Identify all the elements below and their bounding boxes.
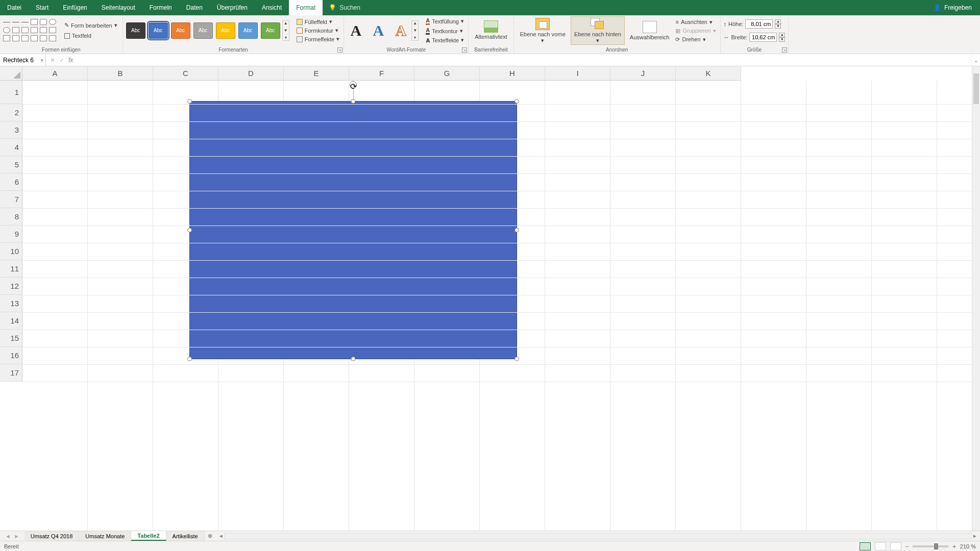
textbox-button[interactable]: Textfeld [62, 32, 119, 40]
shape-style-swatch[interactable]: Abc [238, 22, 258, 39]
menu-tab-start[interactable]: Start [29, 0, 56, 15]
zoom-slider[interactable] [913, 545, 948, 547]
menu-tab-überprüfen[interactable]: Überprüfen [210, 0, 255, 15]
shape-style-swatch[interactable]: Abc [261, 22, 280, 39]
shape-effects-button[interactable]: Formeffekte ▾ [296, 35, 341, 43]
tab-nav-first-icon[interactable]: ◄ [5, 533, 11, 539]
row-header[interactable]: 4 [0, 139, 22, 156]
column-header[interactable]: E [284, 66, 349, 81]
zoom-slider-knob[interactable] [934, 543, 938, 549]
text-fill-button[interactable]: A Textfüllung ▾ [425, 17, 465, 26]
height-input[interactable] [745, 19, 773, 29]
width-input[interactable] [749, 33, 777, 42]
row-header[interactable]: 12 [0, 278, 22, 295]
column-headers[interactable]: ABCDEFGHIJK [22, 66, 972, 81]
shape-style-swatch[interactable]: Abc [149, 22, 168, 39]
chevron-up-icon[interactable]: ▲ [283, 21, 289, 26]
shape-style-swatch[interactable]: Abc [171, 22, 190, 39]
column-header[interactable]: F [349, 66, 414, 81]
add-sheet-button[interactable]: ⊕ [205, 531, 216, 541]
chevron-down-icon[interactable]: ▼ [283, 28, 289, 33]
menu-tab-seitenlayout[interactable]: Seitenlayout [94, 0, 142, 15]
send-backward-button[interactable]: Ebene nach hinten ▾ [571, 16, 625, 45]
tab-nav-last-icon[interactable]: ► [14, 533, 19, 539]
page-layout-view-button[interactable] [875, 542, 886, 550]
sheet-tab[interactable]: Umsatz Monate [79, 531, 131, 541]
height-spin-down[interactable]: ▼ [775, 24, 781, 29]
wordart-style[interactable]: A [370, 22, 387, 39]
expand-formula-bar[interactable]: ⌄ [971, 54, 980, 66]
vertical-scrollbar[interactable] [972, 66, 980, 531]
dialog-launcher[interactable]: ↘ [337, 47, 342, 53]
zoom-out-button[interactable]: − [905, 543, 909, 549]
height-spin-up[interactable]: ▲ [775, 19, 781, 24]
row-header[interactable]: 6 [0, 173, 22, 191]
text-effects-button[interactable]: A Texteffekte ▾ [425, 36, 465, 44]
shape-fill-button[interactable]: Fülleffekt ▾ [296, 18, 341, 26]
row-header[interactable]: 9 [0, 226, 22, 243]
menu-tab-format[interactable]: Format [289, 0, 323, 15]
cells-grid[interactable]: ⟳ [22, 81, 972, 531]
text-outline-button[interactable]: A Textkontur ▾ [425, 27, 465, 35]
gallery-scroll[interactable]: ▲ ▼ ▾ [411, 20, 419, 41]
gallery-scroll[interactable]: ▲ ▼ ▾ [282, 20, 289, 41]
row-header[interactable]: 3 [0, 121, 22, 139]
rotation-handle[interactable]: ⟳ [350, 81, 357, 88]
row-headers[interactable]: 1234567891011121314151617 [0, 81, 22, 531]
shapes-gallery[interactable] [3, 19, 57, 42]
shape-style-gallery[interactable]: AbcAbcAbcAbcAbcAbcAbc [126, 22, 280, 39]
selection-pane-button[interactable]: Auswahlbereich [627, 20, 673, 41]
sheet-tab[interactable]: Artikelliste [166, 531, 205, 541]
menu-tab-ansicht[interactable]: Ansicht [255, 0, 289, 15]
sheet-tab[interactable]: Umsatz Q4 2018 [24, 531, 80, 541]
row-header[interactable]: 15 [0, 330, 22, 347]
resize-handle-ne[interactable] [514, 99, 519, 104]
cancel-icon[interactable]: ✕ [50, 57, 55, 64]
normal-view-button[interactable] [860, 542, 871, 550]
wordart-style[interactable]: A [347, 22, 364, 39]
more-icon[interactable]: ▾ [283, 35, 289, 40]
menu-tab-formeln[interactable]: Formeln [142, 0, 179, 15]
row-header[interactable]: 16 [0, 347, 22, 364]
resize-handle-n[interactable] [351, 99, 356, 104]
resize-handle-w[interactable] [187, 228, 192, 233]
width-spin-down[interactable]: ▼ [779, 37, 785, 42]
scrollbar-thumb[interactable] [973, 73, 979, 104]
menu-tab-daten[interactable]: Daten [179, 0, 210, 15]
column-header[interactable]: D [218, 66, 284, 81]
share-button[interactable]: 👤 Freigeben [925, 0, 980, 15]
row-header[interactable]: 17 [0, 364, 22, 382]
formula-input[interactable] [77, 54, 971, 66]
dialog-launcher[interactable]: ↘ [782, 47, 787, 53]
menu-tab-einfügen[interactable]: Einfügen [56, 0, 94, 15]
row-header[interactable]: 10 [0, 243, 22, 260]
fx-icon[interactable]: fx [68, 57, 73, 64]
more-icon[interactable]: ▾ [412, 35, 418, 40]
bring-forward-button[interactable]: Ebene nach vorne ▾ [517, 17, 569, 44]
column-header[interactable]: A [22, 66, 88, 81]
selected-rectangle-shape[interactable]: ⟳ [189, 101, 517, 359]
column-header[interactable]: K [676, 66, 741, 81]
zoom-in-button[interactable]: + [952, 543, 955, 549]
wordart-gallery[interactable]: A A A [347, 22, 409, 39]
enter-icon[interactable]: ✓ [59, 57, 64, 64]
wordart-style[interactable]: A [392, 22, 409, 39]
rotate-button[interactable]: ⟳ Drehen ▾ [674, 36, 717, 43]
shape-style-swatch[interactable]: Abc [126, 22, 145, 39]
shape-outline-button[interactable]: Formkontur ▾ [296, 27, 341, 34]
resize-handle-se[interactable] [514, 357, 519, 361]
column-header[interactable]: B [88, 66, 153, 81]
row-header[interactable]: 5 [0, 156, 22, 173]
menu-tab-datei[interactable]: Datei [0, 0, 29, 15]
row-header[interactable]: 13 [0, 295, 22, 312]
tell-me-search[interactable]: 💡 Suchen [323, 0, 366, 15]
row-header[interactable]: 2 [0, 104, 22, 121]
name-box[interactable]: Rechteck 6 [0, 54, 46, 66]
resize-handle-e[interactable] [514, 228, 519, 233]
column-header[interactable]: G [414, 66, 480, 81]
horizontal-scrollbar[interactable] [224, 533, 972, 539]
resize-handle-s[interactable] [351, 357, 356, 361]
sheet-tab[interactable]: Tabelle2 [131, 531, 166, 541]
chevron-down-icon[interactable]: ▼ [412, 28, 418, 33]
resize-handle-sw[interactable] [187, 357, 192, 361]
